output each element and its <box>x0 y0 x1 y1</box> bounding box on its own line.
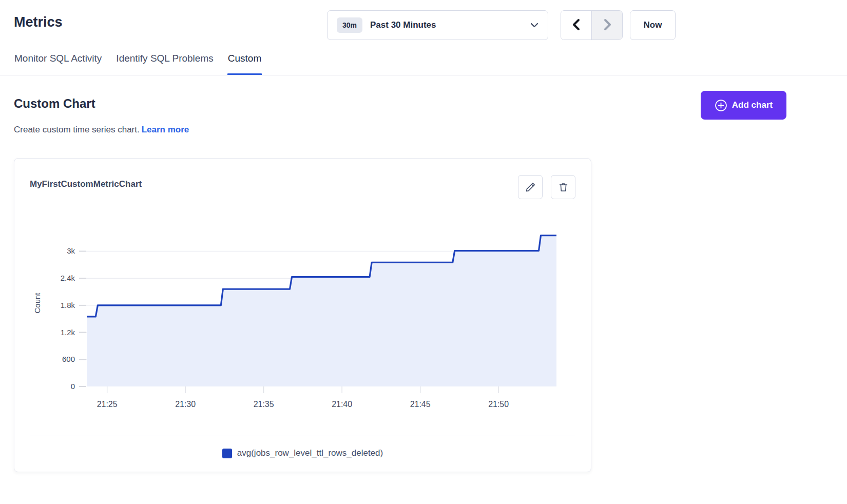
tab-custom[interactable]: Custom <box>227 53 262 75</box>
time-range-badge: 30m <box>337 17 362 33</box>
section-heading: Custom Chart <box>14 96 95 111</box>
metrics-page: Metrics 30m Past 30 Minutes Now Monitor … <box>0 0 847 504</box>
time-range-selector[interactable]: 30m Past 30 Minutes <box>327 10 548 40</box>
learn-more-link[interactable]: Learn more <box>142 125 189 134</box>
svg-text:1.8k: 1.8k <box>61 301 75 309</box>
metrics-tabs: Monitor SQL Activity Identify SQL Proble… <box>14 53 262 75</box>
tab-identify-sql-problems[interactable]: Identify SQL Problems <box>116 53 214 75</box>
tab-monitor-sql-activity[interactable]: Monitor SQL Activity <box>14 53 102 75</box>
svg-text:600: 600 <box>62 355 75 363</box>
svg-text:21:25: 21:25 <box>97 400 118 409</box>
custom-chart-card: MyFirstCustomMetricChart 06001.2k1.8k2.4… <box>14 158 591 472</box>
svg-text:21:50: 21:50 <box>488 400 509 409</box>
chevron-left-icon <box>571 18 582 32</box>
card-divider <box>30 436 575 436</box>
section-description: Create custom time series chart.Learn mo… <box>14 125 189 135</box>
svg-text:21:35: 21:35 <box>254 400 274 409</box>
chevron-right-icon <box>602 18 613 32</box>
svg-text:21:30: 21:30 <box>175 400 196 409</box>
svg-text:21:40: 21:40 <box>332 400 352 409</box>
section-description-text: Create custom time series chart. <box>14 125 140 134</box>
svg-text:3k: 3k <box>67 246 75 255</box>
legend-swatch <box>222 449 232 458</box>
svg-text:Count: Count <box>33 293 42 314</box>
chevron-down-icon <box>530 23 538 28</box>
svg-text:2.4k: 2.4k <box>61 274 75 282</box>
add-chart-button[interactable]: Add chart <box>701 91 786 120</box>
add-chart-label: Add chart <box>732 100 773 110</box>
custom-chart-canvas[interactable]: 06001.2k1.8k2.4k3k21:2521:3021:3521:4021… <box>14 159 592 425</box>
page-title: Metrics <box>14 14 63 30</box>
legend-label: avg(jobs_row_level_ttl_rows_deleted) <box>237 448 383 458</box>
svg-text:1.2k: 1.2k <box>61 328 75 337</box>
time-window-arrows <box>561 10 623 40</box>
next-time-window-button[interactable] <box>591 11 622 40</box>
svg-text:0: 0 <box>71 382 75 391</box>
svg-text:21:45: 21:45 <box>410 400 431 409</box>
tabs-divider <box>0 75 847 75</box>
plus-circle-icon <box>715 99 727 112</box>
now-button[interactable]: Now <box>630 10 676 40</box>
chart-legend[interactable]: avg(jobs_row_level_ttl_rows_deleted) <box>14 448 591 458</box>
previous-time-window-button[interactable] <box>561 11 591 40</box>
time-range-label: Past 30 Minutes <box>370 20 436 30</box>
